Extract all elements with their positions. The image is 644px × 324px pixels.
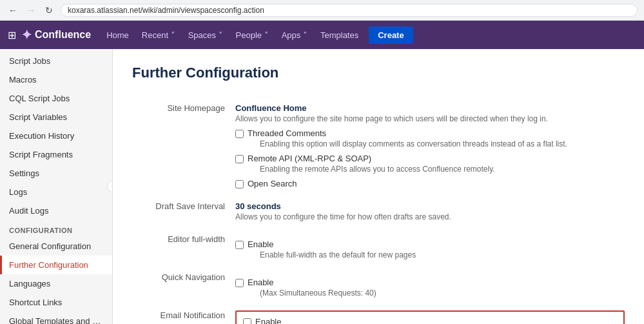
nav-templates[interactable]: Templates [315, 26, 364, 44]
email-notif-label: Enable [255, 317, 617, 324]
nav-home[interactable]: Home [101, 26, 134, 44]
config-value-draft-save: 30 seconds Allows you to configure the t… [235, 195, 625, 228]
grid-icon: ⊞ [8, 29, 16, 41]
logo-area: ⊞ ✦ Confluence [8, 27, 91, 43]
open-search-label: Open Search [248, 179, 297, 188]
nav-people[interactable]: People ˅ [231, 26, 274, 44]
email-notification-highlight-box: Enable When notifications are turned off… [235, 310, 625, 324]
threaded-comments-desc: Enabling this option will display commen… [260, 139, 567, 148]
quick-nav-item: Enable (Max Simultaneous Requests: 40) [235, 278, 625, 298]
quick-nav-label: Enable [248, 278, 376, 287]
table-row: Editor full-width Enable Enable full-wid… [132, 228, 625, 266]
table-row: Draft Save Interval 30 seconds Allows yo… [132, 195, 625, 228]
editor-width-item: Enable Enable full-width as the default … [235, 239, 625, 259]
open-search-checkbox[interactable] [235, 180, 244, 188]
remote-api-label: Remote API (XML-RPC & SOAP) [248, 154, 495, 163]
config-value-editor-width: Enable Enable full-width as the default … [235, 228, 625, 266]
remote-api-item: Remote API (XML-RPC & SOAP) Enabling the… [235, 154, 625, 174]
config-value-email-notif: Enable When notifications are turned off… [235, 304, 625, 324]
email-notif-checkbox[interactable] [243, 318, 251, 324]
remote-api-desc: Enabling the remote APIs allows you to a… [260, 165, 495, 174]
sidebar-item-global-templates[interactable]: Global Templates and Blueprints [0, 312, 112, 324]
threaded-comments-item: Threaded Comments Enabling this option w… [235, 128, 625, 148]
editor-width-label: Enable [248, 239, 416, 249]
site-homepage-desc: Allows you to configure the site home pa… [235, 114, 625, 123]
sidebar-item-script-variables[interactable]: Script Variables [0, 108, 112, 127]
sidebar-item-cql-script-jobs[interactable]: CQL Script Jobs [0, 89, 112, 108]
content-area: Further Configuration Site Homepage Conf… [113, 49, 644, 324]
config-label-quick-nav: Quick Navigation [132, 266, 235, 304]
sidebar-item-settings[interactable]: Settings [0, 164, 112, 183]
forward-button[interactable]: → [24, 4, 37, 17]
create-button[interactable]: Create [369, 26, 413, 44]
sidebar-item-macros[interactable]: Macros [0, 70, 112, 89]
browser-chrome: ← → ↻ [0, 0, 644, 21]
remote-api-checkbox[interactable] [235, 155, 244, 163]
site-homepage-value: Confluence Home [235, 103, 307, 113]
nav-apps[interactable]: Apps ˅ [277, 26, 313, 44]
sidebar: ‹ Script Jobs Macros CQL Script Jobs Scr… [0, 49, 113, 324]
sidebar-item-logs[interactable]: Logs [0, 183, 112, 201]
config-label-draft-save: Draft Save Interval [132, 195, 235, 228]
config-label-editor-width: Editor full-width [132, 228, 235, 266]
sidebar-item-further-configuration[interactable]: Further Configuration [0, 256, 112, 274]
draft-save-value: 30 seconds [235, 201, 281, 211]
sidebar-section-configuration: CONFIGURATION [0, 220, 112, 237]
sidebar-item-languages[interactable]: Languages [0, 274, 112, 293]
sidebar-item-general-configuration[interactable]: General Configuration [0, 237, 112, 256]
table-row: Quick Navigation Enable (Max Simultaneou… [132, 266, 625, 304]
config-label-site-homepage: Site Homepage [132, 97, 235, 195]
sidebar-item-shortcut-links[interactable]: Shortcut Links [0, 293, 112, 312]
nav-recent[interactable]: Recent ˅ [137, 26, 181, 44]
main-layout: ‹ Script Jobs Macros CQL Script Jobs Scr… [0, 49, 644, 324]
sidebar-item-script-jobs[interactable]: Script Jobs [0, 52, 112, 70]
editor-width-desc: Enable full-width as the default for new… [260, 250, 416, 259]
table-row: Site Homepage Confluence Home Allows you… [132, 97, 625, 195]
open-search-item: Open Search [235, 179, 625, 188]
confluence-logo-icon: ✦ [21, 27, 32, 43]
config-label-email-notif: Email Notification [132, 304, 235, 324]
config-value-quick-nav: Enable (Max Simultaneous Requests: 40) [235, 266, 625, 304]
address-bar[interactable] [61, 4, 638, 17]
draft-save-desc: Allows you to configure the time for how… [235, 212, 625, 221]
reload-button[interactable]: ↻ [43, 4, 55, 17]
editor-width-checkbox[interactable] [235, 241, 244, 249]
sidebar-item-execution-history[interactable]: Execution History [0, 127, 112, 145]
nav-spaces[interactable]: Spaces ˅ [183, 26, 228, 44]
confluence-logo: ✦ Confluence [21, 27, 91, 43]
email-notif-item: Enable When notifications are turned off… [243, 317, 617, 324]
quick-nav-checkbox[interactable] [235, 279, 244, 287]
config-table: Site Homepage Confluence Home Allows you… [132, 97, 625, 324]
page-title: Further Configuration [132, 65, 625, 81]
threaded-comments-label: Threaded Comments [248, 128, 567, 138]
threaded-comments-checkbox[interactable] [235, 130, 244, 138]
config-value-site-homepage: Confluence Home Allows you to configure … [235, 97, 625, 195]
quick-nav-desc: (Max Simultaneous Requests: 40) [260, 289, 376, 298]
top-navigation: ⊞ ✦ Confluence Home Recent ˅ Spaces ˅ Pe… [0, 21, 644, 49]
table-row: Email Notification Enable When notificat… [132, 304, 625, 324]
sidebar-item-audit-logs[interactable]: Audit Logs [0, 201, 112, 220]
back-button[interactable]: ← [6, 4, 19, 17]
sidebar-item-script-fragments[interactable]: Script Fragments [0, 145, 112, 164]
